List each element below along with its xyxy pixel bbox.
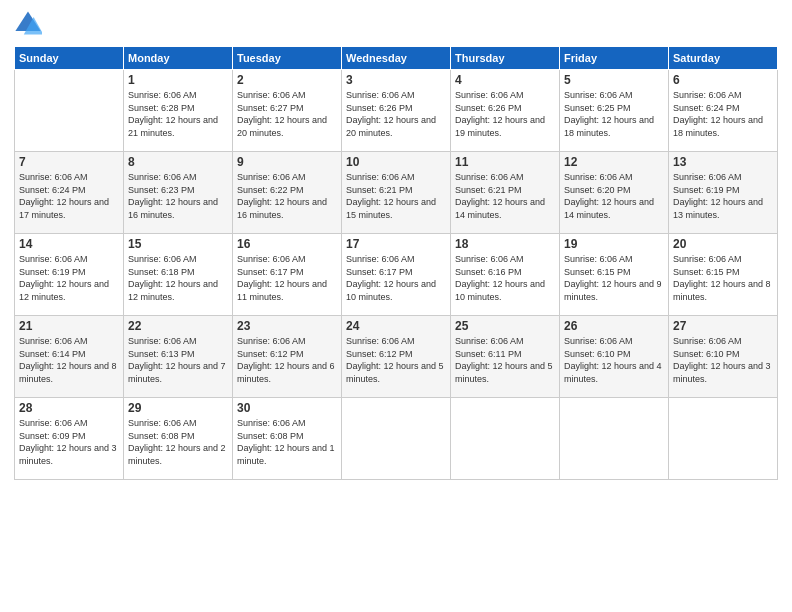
day-number: 28 [19, 401, 119, 415]
day-number: 17 [346, 237, 446, 251]
day-info: Sunrise: 6:06 AMSunset: 6:15 PMDaylight:… [673, 253, 773, 303]
calendar-cell: 18Sunrise: 6:06 AMSunset: 6:16 PMDayligh… [451, 234, 560, 316]
calendar-cell: 26Sunrise: 6:06 AMSunset: 6:10 PMDayligh… [560, 316, 669, 398]
day-info: Sunrise: 6:06 AMSunset: 6:24 PMDaylight:… [673, 89, 773, 139]
day-info: Sunrise: 6:06 AMSunset: 6:11 PMDaylight:… [455, 335, 555, 385]
header [14, 10, 778, 38]
day-info: Sunrise: 6:06 AMSunset: 6:25 PMDaylight:… [564, 89, 664, 139]
day-number: 30 [237, 401, 337, 415]
day-number: 22 [128, 319, 228, 333]
day-number: 27 [673, 319, 773, 333]
calendar-cell: 25Sunrise: 6:06 AMSunset: 6:11 PMDayligh… [451, 316, 560, 398]
calendar-cell: 9Sunrise: 6:06 AMSunset: 6:22 PMDaylight… [233, 152, 342, 234]
day-info: Sunrise: 6:06 AMSunset: 6:10 PMDaylight:… [564, 335, 664, 385]
calendar-cell: 11Sunrise: 6:06 AMSunset: 6:21 PMDayligh… [451, 152, 560, 234]
day-number: 15 [128, 237, 228, 251]
calendar-cell: 19Sunrise: 6:06 AMSunset: 6:15 PMDayligh… [560, 234, 669, 316]
day-info: Sunrise: 6:06 AMSunset: 6:20 PMDaylight:… [564, 171, 664, 221]
day-info: Sunrise: 6:06 AMSunset: 6:26 PMDaylight:… [455, 89, 555, 139]
calendar-cell: 8Sunrise: 6:06 AMSunset: 6:23 PMDaylight… [124, 152, 233, 234]
day-number: 14 [19, 237, 119, 251]
calendar-cell: 3Sunrise: 6:06 AMSunset: 6:26 PMDaylight… [342, 70, 451, 152]
calendar-cell [560, 398, 669, 480]
header-day: Saturday [669, 47, 778, 70]
day-number: 1 [128, 73, 228, 87]
calendar-cell [669, 398, 778, 480]
day-number: 9 [237, 155, 337, 169]
day-info: Sunrise: 6:06 AMSunset: 6:19 PMDaylight:… [19, 253, 119, 303]
calendar-cell: 10Sunrise: 6:06 AMSunset: 6:21 PMDayligh… [342, 152, 451, 234]
calendar-cell [15, 70, 124, 152]
calendar-cell: 4Sunrise: 6:06 AMSunset: 6:26 PMDaylight… [451, 70, 560, 152]
calendar-table: SundayMondayTuesdayWednesdayThursdayFrid… [14, 46, 778, 480]
calendar-week: 1Sunrise: 6:06 AMSunset: 6:28 PMDaylight… [15, 70, 778, 152]
day-info: Sunrise: 6:06 AMSunset: 6:08 PMDaylight:… [237, 417, 337, 467]
day-info: Sunrise: 6:06 AMSunset: 6:10 PMDaylight:… [673, 335, 773, 385]
day-number: 21 [19, 319, 119, 333]
day-number: 26 [564, 319, 664, 333]
day-number: 19 [564, 237, 664, 251]
day-number: 5 [564, 73, 664, 87]
calendar-cell: 7Sunrise: 6:06 AMSunset: 6:24 PMDaylight… [15, 152, 124, 234]
header-day: Tuesday [233, 47, 342, 70]
calendar-cell: 29Sunrise: 6:06 AMSunset: 6:08 PMDayligh… [124, 398, 233, 480]
day-number: 23 [237, 319, 337, 333]
day-number: 20 [673, 237, 773, 251]
day-info: Sunrise: 6:06 AMSunset: 6:28 PMDaylight:… [128, 89, 228, 139]
day-info: Sunrise: 6:06 AMSunset: 6:23 PMDaylight:… [128, 171, 228, 221]
day-number: 6 [673, 73, 773, 87]
day-info: Sunrise: 6:06 AMSunset: 6:18 PMDaylight:… [128, 253, 228, 303]
day-info: Sunrise: 6:06 AMSunset: 6:24 PMDaylight:… [19, 171, 119, 221]
header-day: Wednesday [342, 47, 451, 70]
calendar-cell: 14Sunrise: 6:06 AMSunset: 6:19 PMDayligh… [15, 234, 124, 316]
day-info: Sunrise: 6:06 AMSunset: 6:27 PMDaylight:… [237, 89, 337, 139]
logo [14, 10, 46, 38]
day-info: Sunrise: 6:06 AMSunset: 6:15 PMDaylight:… [564, 253, 664, 303]
calendar-cell: 20Sunrise: 6:06 AMSunset: 6:15 PMDayligh… [669, 234, 778, 316]
day-number: 18 [455, 237, 555, 251]
calendar-week: 14Sunrise: 6:06 AMSunset: 6:19 PMDayligh… [15, 234, 778, 316]
day-info: Sunrise: 6:06 AMSunset: 6:17 PMDaylight:… [346, 253, 446, 303]
header-day: Thursday [451, 47, 560, 70]
day-number: 24 [346, 319, 446, 333]
calendar-cell [451, 398, 560, 480]
calendar-cell [342, 398, 451, 480]
calendar-cell: 12Sunrise: 6:06 AMSunset: 6:20 PMDayligh… [560, 152, 669, 234]
calendar-cell: 6Sunrise: 6:06 AMSunset: 6:24 PMDaylight… [669, 70, 778, 152]
day-number: 8 [128, 155, 228, 169]
calendar-cell: 22Sunrise: 6:06 AMSunset: 6:13 PMDayligh… [124, 316, 233, 398]
calendar-cell: 2Sunrise: 6:06 AMSunset: 6:27 PMDaylight… [233, 70, 342, 152]
day-info: Sunrise: 6:06 AMSunset: 6:22 PMDaylight:… [237, 171, 337, 221]
calendar-cell: 24Sunrise: 6:06 AMSunset: 6:12 PMDayligh… [342, 316, 451, 398]
day-number: 16 [237, 237, 337, 251]
calendar-week: 21Sunrise: 6:06 AMSunset: 6:14 PMDayligh… [15, 316, 778, 398]
day-number: 12 [564, 155, 664, 169]
header-day: Monday [124, 47, 233, 70]
calendar-cell: 28Sunrise: 6:06 AMSunset: 6:09 PMDayligh… [15, 398, 124, 480]
day-number: 10 [346, 155, 446, 169]
day-info: Sunrise: 6:06 AMSunset: 6:13 PMDaylight:… [128, 335, 228, 385]
calendar-cell: 1Sunrise: 6:06 AMSunset: 6:28 PMDaylight… [124, 70, 233, 152]
day-number: 29 [128, 401, 228, 415]
calendar-week: 7Sunrise: 6:06 AMSunset: 6:24 PMDaylight… [15, 152, 778, 234]
calendar-cell: 15Sunrise: 6:06 AMSunset: 6:18 PMDayligh… [124, 234, 233, 316]
calendar-cell: 30Sunrise: 6:06 AMSunset: 6:08 PMDayligh… [233, 398, 342, 480]
day-number: 4 [455, 73, 555, 87]
calendar-cell: 23Sunrise: 6:06 AMSunset: 6:12 PMDayligh… [233, 316, 342, 398]
page: SundayMondayTuesdayWednesdayThursdayFrid… [0, 0, 792, 612]
calendar-cell: 21Sunrise: 6:06 AMSunset: 6:14 PMDayligh… [15, 316, 124, 398]
header-row: SundayMondayTuesdayWednesdayThursdayFrid… [15, 47, 778, 70]
header-day: Friday [560, 47, 669, 70]
day-info: Sunrise: 6:06 AMSunset: 6:08 PMDaylight:… [128, 417, 228, 467]
day-number: 7 [19, 155, 119, 169]
header-day: Sunday [15, 47, 124, 70]
day-info: Sunrise: 6:06 AMSunset: 6:14 PMDaylight:… [19, 335, 119, 385]
calendar-cell: 16Sunrise: 6:06 AMSunset: 6:17 PMDayligh… [233, 234, 342, 316]
calendar-cell: 27Sunrise: 6:06 AMSunset: 6:10 PMDayligh… [669, 316, 778, 398]
day-info: Sunrise: 6:06 AMSunset: 6:26 PMDaylight:… [346, 89, 446, 139]
calendar-week: 28Sunrise: 6:06 AMSunset: 6:09 PMDayligh… [15, 398, 778, 480]
day-info: Sunrise: 6:06 AMSunset: 6:21 PMDaylight:… [455, 171, 555, 221]
day-number: 2 [237, 73, 337, 87]
day-info: Sunrise: 6:06 AMSunset: 6:09 PMDaylight:… [19, 417, 119, 467]
day-info: Sunrise: 6:06 AMSunset: 6:17 PMDaylight:… [237, 253, 337, 303]
